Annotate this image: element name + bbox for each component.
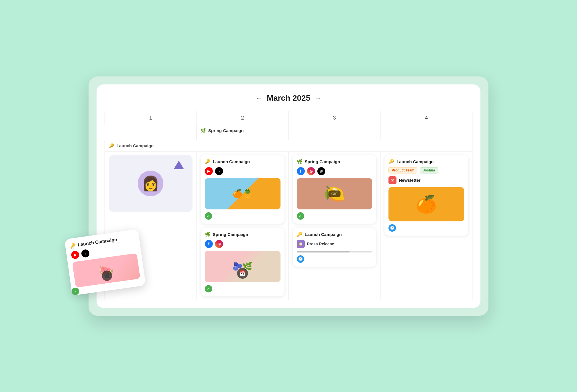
card-title-1: Launch Campaign: [213, 159, 250, 164]
cards-col-2: 🔑 Launch Campaign ▶ ♪ 🍊🍍 ✓ 🌿: [197, 151, 289, 300]
key-icon-row: 🔑: [109, 143, 114, 148]
calendar-grid: 1 2 3 4: [105, 111, 472, 125]
schedule-badge: 📅: [237, 268, 248, 279]
day-col-1: 1: [105, 111, 197, 125]
day-col-3: 3: [289, 111, 381, 125]
launch-campaign-card-col2[interactable]: 🔑 Launch Campaign ▶ ♪ 🍊🍍 ✓: [201, 155, 285, 224]
card-title-5: Launch Campaign: [396, 159, 434, 164]
cards-col-4: 🔑 Launch Campaign Product Team Joshua ✉ …: [380, 151, 472, 300]
floating-card-image: 🍉 ⬛: [72, 253, 140, 288]
card-socials-1: ▶ ♪: [205, 167, 281, 175]
card-title-row-2: 🌿 Spring Campaign: [205, 232, 281, 237]
leaf-icon-2: 🌿: [205, 232, 211, 237]
row-label-section: 🔑 Launch Campaign: [105, 140, 472, 151]
spring-campaign-banner: 🌿 Spring Campaign: [201, 128, 284, 133]
calendar-title: March 2025: [267, 94, 310, 103]
banner-cell-3: [288, 125, 380, 140]
newsletter-row: ✉ Newsletter: [388, 176, 464, 184]
card-image-figs: 🫐🌿 📅: [205, 251, 281, 282]
next-arrow[interactable]: →: [315, 94, 321, 102]
youtube-icon: ▶: [205, 167, 213, 175]
launch-campaign-row-label: Launch Campaign: [117, 143, 154, 148]
spring-campaign-card-col3[interactable]: 🌿 Spring Campaign f ◎ @ 🍋 GIF ✓: [293, 155, 376, 224]
card-socials-2: f ◎: [205, 240, 281, 248]
banner-row: 🌿 Spring Campaign: [105, 125, 472, 140]
calendar-container: ← March 2025 → 1 2 3 4 🌿 Spring Campaign: [97, 84, 480, 308]
floating-check-badge: ✓: [71, 287, 79, 295]
press-release-label: Press Release: [307, 242, 334, 246]
cards-col-3: 🌿 Spring Campaign f ◎ @ 🍋 GIF ✓: [289, 151, 381, 300]
tiktok-icon: ♪: [215, 167, 223, 175]
orange-slice-image: 🍊: [388, 187, 464, 221]
orange-fruit-image: 🍊🍍: [205, 178, 281, 209]
card-image-orange2: 🍊: [388, 187, 464, 221]
floating-key-icon: 🔑: [69, 242, 76, 248]
card-image-orange: 🍊🍍: [205, 178, 281, 209]
clock-badge-2: 🕐: [388, 224, 396, 232]
facebook-icon-2: f: [297, 167, 305, 175]
cards-row: 👩 🔑 Launch Campaign ▶ ♪: [105, 151, 472, 300]
empty-card: 👩: [109, 155, 193, 212]
key-icon-5: 🔑: [388, 159, 394, 164]
avatar: 👩: [138, 171, 163, 196]
progress-fill: [297, 251, 350, 252]
floating-yt-icon: ▶: [71, 250, 80, 259]
spring-campaign-card-col2[interactable]: 🌿 Spring Campaign f ◎ 🫐🌿 📅 ✓: [201, 228, 285, 296]
check-badge-1: ✓: [205, 212, 212, 220]
card-title-row-5: 🔑 Launch Campaign: [388, 159, 464, 164]
mail-icon: ✉: [388, 176, 396, 184]
floating-card[interactable]: 🔑 Launch Campaign ▶ ♪ 🍉 ⬛ ✓: [64, 229, 146, 295]
outer-container: ← March 2025 → 1 2 3 4 🌿 Spring Campaign: [89, 76, 488, 316]
tags-row: Product Team Joshua: [388, 167, 464, 173]
banner-cell-4: [380, 125, 472, 140]
card-title-row-4: 🔑 Launch Campaign: [297, 232, 372, 237]
instagram-icon: ◎: [215, 240, 223, 248]
card-title-4: Launch Campaign: [305, 232, 342, 237]
check-badge-3: ✓: [297, 212, 304, 220]
card-title-row-3: 🌿 Spring Campaign: [297, 159, 372, 164]
joshua-tag: Joshua: [420, 167, 438, 173]
day-col-2: 2: [197, 111, 289, 125]
press-icon: 📋: [297, 240, 305, 248]
launch-campaign-card-col4[interactable]: 🔑 Launch Campaign Product Team Joshua ✉ …: [384, 155, 468, 236]
calendar-header: ← March 2025 →: [105, 94, 472, 103]
key-icon-4: 🔑: [297, 232, 302, 237]
newsletter-label: Newsletter: [399, 178, 420, 183]
leaf-icon-3: 🌿: [297, 159, 302, 164]
card-title-3: Spring Campaign: [305, 159, 340, 164]
card-socials-3: f ◎ @: [297, 167, 372, 175]
press-release-row: 📋 Press Release: [297, 240, 372, 248]
prev-arrow[interactable]: ←: [256, 94, 262, 102]
banner-cell-1: [105, 125, 197, 140]
day-col-4: 4: [380, 111, 472, 125]
facebook-icon: f: [205, 240, 213, 248]
card-image-lime: 🍋 GIF: [297, 178, 372, 209]
gif-badge: GIF: [328, 190, 340, 197]
check-badge-2: ✓: [205, 285, 212, 292]
instagram-icon-2: ◎: [307, 167, 315, 175]
card-title-row: 🔑 Launch Campaign: [205, 159, 281, 164]
clock-badge-1: 🕐: [297, 255, 304, 263]
spring-campaign-label: Spring Campaign: [208, 128, 244, 133]
key-icon-1: 🔑: [205, 159, 211, 164]
threads-icon: @: [317, 167, 325, 175]
card-title-2: Spring Campaign: [213, 232, 248, 237]
floating-tiktok-icon: ♪: [81, 249, 90, 258]
row-label: 🔑 Launch Campaign: [105, 140, 472, 151]
product-team-tag: Product Team: [388, 167, 417, 173]
progress-bar: [297, 251, 372, 252]
banner-cell-2: 🌿 Spring Campaign: [197, 125, 288, 140]
leaf-icon: 🌿: [201, 128, 206, 133]
triangle-decoration: [174, 161, 184, 169]
launch-campaign-card-col3[interactable]: 🔑 Launch Campaign 📋 Press Release 🕐: [293, 228, 376, 267]
